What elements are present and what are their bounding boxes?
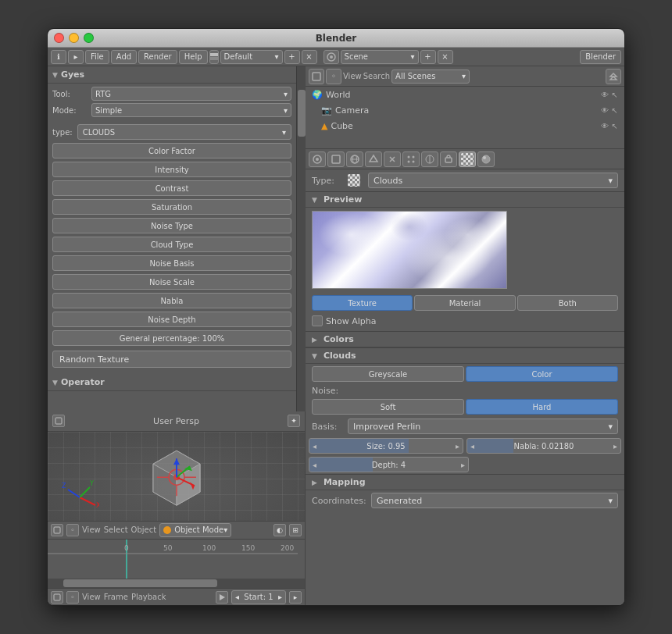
noise-basis-btn[interactable]: Noise Basis: [52, 255, 291, 271]
hard-btn[interactable]: Hard: [466, 399, 618, 415]
file-menu[interactable]: File: [85, 50, 109, 64]
colors-header[interactable]: ▶ Colors: [306, 332, 624, 347]
object-label[interactable]: Object: [131, 525, 157, 534]
props-physics-icon[interactable]: [421, 151, 438, 167]
outliner-world[interactable]: 🌍 World 👁 ↖: [306, 87, 624, 102]
props-render-icon[interactable]: [309, 151, 326, 167]
props-constraints-icon[interactable]: [440, 151, 457, 167]
playback-label[interactable]: Playback: [131, 593, 166, 601]
object-mode-dropdown[interactable]: Object Mode ▾: [159, 523, 231, 537]
right-icon1[interactable]: [309, 69, 324, 84]
layout-remove-btn[interactable]: ×: [302, 50, 317, 64]
mode-dropdown[interactable]: Simple ▾: [91, 103, 291, 117]
viewport-icon[interactable]: [52, 415, 65, 427]
greyscale-btn[interactable]: Greyscale: [312, 366, 464, 382]
eye-icon-world[interactable]: 👁: [601, 91, 609, 99]
show-alpha-checkbox[interactable]: [312, 315, 323, 326]
scene-dropdown[interactable]: Scene ▾: [341, 50, 419, 64]
color-factor-btn[interactable]: Color Factor: [52, 143, 291, 158]
close-button[interactable]: [54, 33, 64, 43]
render-icon[interactable]: [323, 50, 339, 64]
cloud-type-btn[interactable]: Cloud Type: [52, 237, 291, 252]
noise-scale-btn[interactable]: Noise Scale: [52, 274, 291, 290]
layout-dropdown[interactable]: Default ▾: [220, 50, 283, 64]
scroll-thumb[interactable]: [298, 90, 306, 137]
mapping-header[interactable]: ▶ Mapping: [306, 475, 624, 490]
menu-arrow-btn[interactable]: ▸: [68, 50, 84, 64]
props-texture-icon[interactable]: [459, 151, 476, 167]
props-scene-icon[interactable]: [327, 151, 345, 167]
view-label2[interactable]: View: [82, 593, 101, 601]
eye-icon-cube[interactable]: 👁: [601, 122, 609, 130]
type-dropdown[interactable]: CLOUDS ▾: [77, 124, 291, 140]
layers-btn[interactable]: ⊞: [289, 524, 302, 536]
nabla-slider[interactable]: ◂ Nabla: 0.02180 ▸: [466, 438, 621, 454]
bottom-icon1[interactable]: [51, 524, 63, 536]
viewport[interactable]: User Persp ✦: [48, 411, 305, 521]
cursor-icon-camera[interactable]: ↖: [612, 106, 618, 115]
bottom-icon2[interactable]: ◦: [66, 524, 79, 536]
minimize-button[interactable]: [69, 33, 79, 43]
timeline-scrollbar[interactable]: [48, 579, 305, 588]
svg-text:X: X: [96, 502, 99, 509]
basis-dropdown[interactable]: Improved Perlin ▾: [348, 419, 618, 434]
timeline-scroll-thumb[interactable]: [63, 579, 217, 587]
play-icon[interactable]: [216, 591, 228, 604]
help-menu[interactable]: Help: [179, 50, 208, 64]
add-menu[interactable]: Add: [111, 50, 137, 64]
right-icon3[interactable]: [606, 69, 621, 84]
layout-icon[interactable]: [209, 50, 219, 64]
nabla-btn[interactable]: Nabla: [52, 293, 291, 308]
props-obj-icon[interactable]: [365, 151, 382, 167]
noise-depth-btn[interactable]: Noise Depth: [52, 312, 291, 327]
maximize-button[interactable]: [84, 33, 94, 43]
type-selector-dropdown[interactable]: Clouds ▾: [368, 173, 618, 188]
size-slider[interactable]: ◂ Size: 0.95 ▸: [309, 438, 463, 454]
props-modifier-icon[interactable]: [384, 151, 401, 167]
frame-icon1[interactable]: [51, 591, 63, 604]
all-scenes-dropdown[interactable]: All Scenes ▾: [391, 69, 470, 84]
engine-btn[interactable]: Blender: [580, 50, 621, 64]
frame-icon2[interactable]: ◦: [66, 591, 79, 604]
scene-remove-btn[interactable]: ×: [438, 50, 453, 64]
random-texture-btn[interactable]: Random Texture: [52, 351, 291, 368]
noise-type-btn[interactable]: Noise Type: [52, 218, 291, 233]
cursor-icon-world[interactable]: ↖: [612, 91, 618, 99]
mode-row: Mode: Simple ▾: [52, 103, 291, 117]
material-tab[interactable]: Material: [414, 295, 515, 311]
depth-slider[interactable]: ◂ Depth: 4 ▸: [309, 457, 469, 472]
clouds-header[interactable]: ▼ Clouds: [306, 348, 624, 364]
toggle-btn[interactable]: ◐: [273, 524, 286, 536]
props-world-icon[interactable]: [346, 151, 363, 167]
scene-add-btn[interactable]: +: [420, 50, 436, 64]
svg-point-49: [408, 155, 410, 158]
outliner-camera[interactable]: 📷 Camera 👁 ↖: [315, 102, 624, 118]
end-btn[interactable]: ▸: [289, 591, 302, 604]
start-dropdown[interactable]: ◂ Start: 1 ▸: [231, 590, 286, 604]
texture-tab[interactable]: Texture: [312, 295, 413, 311]
coords-dropdown[interactable]: Generated ▾: [371, 493, 618, 508]
cursor-icon-cube[interactable]: ↖: [612, 122, 618, 130]
right-icon2[interactable]: ◦: [326, 69, 341, 84]
layout-add-btn[interactable]: +: [284, 50, 300, 64]
color-btn[interactable]: Color: [466, 366, 618, 382]
outliner-cube[interactable]: ▲ Cube 👁 ↖: [315, 118, 624, 134]
render-menu[interactable]: Render: [138, 50, 177, 64]
viewport-settings[interactable]: ✦: [288, 415, 300, 427]
contrast-btn[interactable]: Contrast: [52, 180, 291, 196]
general-percentage-btn[interactable]: General percentage: 100%: [52, 330, 291, 346]
view-label[interactable]: View: [82, 525, 101, 534]
eye-icon-camera[interactable]: 👁: [601, 106, 609, 115]
props-material-icon[interactable]: [477, 151, 495, 167]
intensity-btn[interactable]: Intensity: [52, 162, 291, 177]
info-icon-btn[interactable]: ℹ: [51, 50, 66, 64]
saturation-btn[interactable]: Saturation: [52, 199, 291, 215]
select-label[interactable]: Select: [104, 525, 128, 534]
soft-btn[interactable]: Soft: [312, 399, 464, 415]
preview-header[interactable]: ▼ Preview: [306, 192, 624, 208]
tool-dropdown[interactable]: RTG ▾: [91, 87, 291, 101]
tools-scrollbar[interactable]: [296, 66, 306, 411]
frame-label[interactable]: Frame: [104, 593, 128, 601]
both-tab[interactable]: Both: [517, 295, 618, 311]
props-particles-icon[interactable]: [402, 151, 420, 167]
